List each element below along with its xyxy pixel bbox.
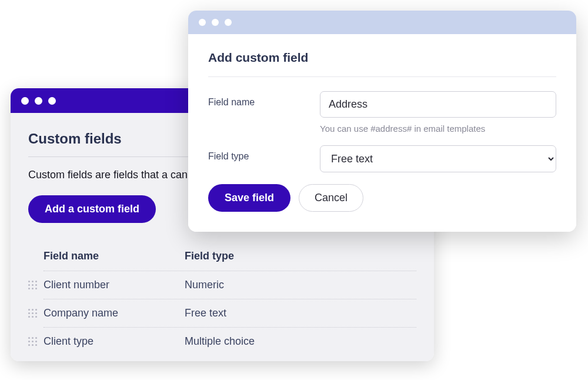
- table-row: Company name Free text: [44, 299, 416, 327]
- table-row: Client number Numeric: [44, 271, 416, 299]
- dialog-title: Add custom field: [208, 51, 556, 65]
- window-control-close-icon[interactable]: [199, 19, 206, 26]
- field-name-cell: Client number: [44, 279, 185, 291]
- dialog-body: Add custom field Field name You can use …: [188, 34, 576, 232]
- drag-handle-icon[interactable]: [28, 309, 38, 318]
- column-header-type: Field type: [185, 250, 416, 262]
- field-name-input[interactable]: [320, 91, 556, 118]
- column-header-name: Field name: [44, 250, 185, 262]
- window-control-minimize-icon[interactable]: [35, 97, 42, 105]
- field-name-row: Field name You can use #address# in emai…: [208, 91, 556, 134]
- table-header: Field name Field type: [44, 244, 416, 271]
- field-type-cell: Free text: [185, 307, 416, 319]
- field-name-cell: Company name: [44, 307, 185, 319]
- window-control-close-icon[interactable]: [21, 97, 29, 105]
- field-type-select[interactable]: Free text: [320, 145, 556, 172]
- window-control-maximize-icon[interactable]: [225, 19, 232, 26]
- window-control-maximize-icon[interactable]: [48, 97, 56, 105]
- table-row: Client type Multiple choice: [44, 327, 416, 355]
- field-name-hint: You can use #address# in email templates: [320, 124, 556, 134]
- field-type-cell: Multiple choice: [185, 335, 416, 348]
- field-name-cell: Client type: [44, 335, 185, 348]
- field-type-cell: Numeric: [185, 279, 416, 291]
- field-name-label: Field name: [208, 91, 320, 108]
- add-custom-field-button[interactable]: Add a custom field: [28, 195, 156, 223]
- drag-handle-icon[interactable]: [28, 281, 38, 290]
- add-custom-field-dialog: Add custom field Field name You can use …: [188, 11, 576, 232]
- dialog-actions: Save field Cancel: [208, 184, 556, 212]
- save-field-button[interactable]: Save field: [208, 184, 290, 212]
- divider: [208, 76, 556, 77]
- fields-table: Field name Field type Client number Nume…: [28, 244, 416, 361]
- cancel-button[interactable]: Cancel: [299, 184, 363, 212]
- field-type-row: Field type Free text: [208, 145, 556, 172]
- window-control-minimize-icon[interactable]: [212, 19, 219, 26]
- dialog-titlebar: [188, 11, 576, 34]
- drag-handle-icon[interactable]: [28, 337, 38, 346]
- field-type-label: Field type: [208, 145, 320, 162]
